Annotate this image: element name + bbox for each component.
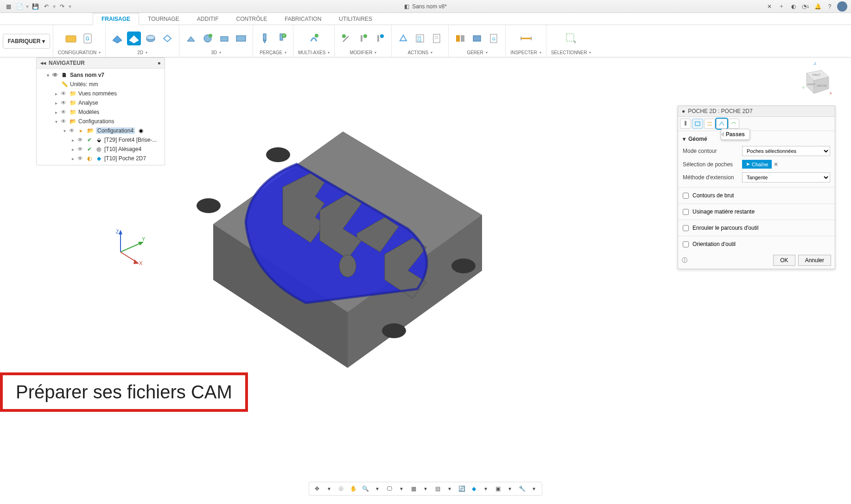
jobs-icon[interactable]: ◔1 (801, 2, 810, 11)
action-setup-sheet-icon[interactable] (430, 32, 444, 45)
2d-contour-icon[interactable] (127, 32, 141, 45)
undo-icon[interactable]: ↶ (42, 2, 51, 11)
eye-icon[interactable]: 👁 (52, 72, 59, 78)
tree-analysis[interactable]: ▸👁📁 Analyse (37, 98, 165, 107)
tree-models[interactable]: ▸👁📁 Modèles (37, 107, 165, 117)
group-label-multiaxes[interactable]: MULTI-AXES (298, 50, 330, 55)
cancel-button[interactable]: Annuler (798, 255, 831, 266)
setup-folder-icon[interactable] (64, 32, 78, 45)
tree-named-views[interactable]: ▸👁📁 Vues nommées (37, 89, 165, 98)
group-label-gerer[interactable]: GÉRER (467, 50, 488, 55)
group-label-inspecter[interactable]: INSPECTER (510, 50, 541, 55)
new-file-icon[interactable]: 📄 (15, 2, 24, 11)
group-label-3d[interactable]: 3D (211, 50, 221, 55)
manage-machine-icon[interactable] (470, 32, 484, 45)
tree-op-0[interactable]: ▸👁 ✔ ⬙ [T29] Foret4 [Brise-... (37, 135, 165, 145)
checkbox-stock-contours[interactable] (683, 193, 689, 199)
toolpath-vis-icon[interactable]: ◆ (469, 484, 479, 494)
tab-tournage[interactable]: TOURNAGE (139, 13, 188, 25)
grid-icon[interactable]: ▦ (408, 484, 419, 494)
drill-plus-icon[interactable]: + (274, 32, 288, 45)
dialog-tab-tool[interactable] (680, 119, 691, 129)
3d-op2-icon[interactable] (201, 32, 215, 45)
action-generate-icon[interactable] (396, 32, 410, 45)
checkbox-wrap-toolpath[interactable] (683, 225, 689, 231)
checkbox-tool-orientation[interactable] (683, 241, 689, 247)
setup-doc-icon[interactable]: G (81, 32, 95, 45)
display-style-icon[interactable]: 🖵 (384, 484, 394, 494)
group-label-configuration[interactable]: CONFIGURATION (58, 50, 101, 55)
save-icon[interactable]: 💾 (31, 2, 40, 11)
stock-vis-icon[interactable]: ▣ (493, 484, 503, 494)
selection-chip[interactable]: ➤ Chaîne (742, 160, 772, 169)
group-label-selectionner[interactable]: SÉLECTIONNER (551, 50, 591, 55)
workspace-switcher[interactable]: FABRIQUER▾ (3, 34, 51, 49)
dialog-tab-heights[interactable] (704, 119, 715, 129)
apps-grid-icon[interactable]: ▦ (4, 2, 13, 11)
pin-icon[interactable]: ● (158, 60, 161, 66)
tab-controle[interactable]: CONTRÔLE (227, 13, 276, 25)
2d-pocket-icon[interactable] (144, 32, 158, 45)
multiaxis-icon[interactable] (307, 32, 321, 45)
new-tab-icon[interactable]: ＋ (777, 2, 786, 11)
checkbox-rest-machining[interactable] (683, 209, 689, 215)
clear-selection-icon[interactable]: ✕ (774, 161, 778, 168)
manage-template-icon[interactable]: G (487, 32, 501, 45)
modify-op2-icon[interactable] (356, 32, 370, 45)
tree-configurations[interactable]: ▾👁📂 Configurations (37, 117, 165, 126)
group-label-2d[interactable]: 2D (137, 50, 147, 55)
extensions-icon[interactable]: ◐ (789, 2, 798, 11)
3d-op4-icon[interactable] (234, 32, 248, 45)
dialog-tab-linking[interactable] (728, 119, 739, 129)
drill-icon[interactable] (258, 32, 272, 45)
tab-additif[interactable]: ADDITIF (188, 13, 228, 25)
user-avatar-icon[interactable] (837, 1, 847, 12)
check-stock-contours[interactable]: Contours de brut (678, 188, 835, 204)
check-wrap-toolpath[interactable]: Enrouler le parcours d'outil (678, 220, 835, 236)
redo-icon[interactable]: ↷ (57, 2, 67, 11)
lookat-icon[interactable]: ⦾ (336, 484, 346, 494)
info-icon[interactable]: ⓘ (682, 257, 687, 265)
zoom-icon[interactable]: 🔍 (360, 484, 370, 494)
modify-op3-icon[interactable] (373, 32, 387, 45)
orbit-icon[interactable]: ✥ (312, 484, 322, 494)
group-label-actions[interactable]: ACTIONS (408, 50, 432, 55)
sync-icon[interactable]: 🔄 (457, 484, 467, 494)
tab-utilitaires[interactable]: UTILITAIRES (330, 13, 381, 25)
section-geometry-header[interactable]: ▾ Géomé (683, 134, 830, 144)
viewports-icon[interactable]: ▤ (432, 484, 443, 494)
select-extension-method[interactable]: Tangente (742, 172, 830, 183)
modify-op1-icon[interactable] (339, 32, 353, 45)
active-radio-icon[interactable]: ◉ (139, 127, 143, 134)
tab-fabrication[interactable]: FABRICATION (276, 13, 330, 25)
check-tool-orientation[interactable]: Orientation d'outil (678, 236, 835, 252)
tool-vis-icon[interactable]: 🔧 (517, 484, 527, 494)
manage-tool-library-icon[interactable] (453, 32, 467, 45)
2d-face-icon[interactable] (110, 32, 124, 45)
tree-op-2[interactable]: ▸👁 ◐ ◆ [T10] Poche 2D7 (37, 154, 165, 163)
tab-fraisage[interactable]: FRAISAGE (93, 13, 139, 25)
inspect-measure-icon[interactable] (519, 32, 533, 45)
ok-button[interactable]: OK (773, 255, 795, 266)
tree-root[interactable]: ▾👁 🗎 Sans nom v7 (37, 70, 165, 80)
help-icon[interactable]: ? (825, 2, 834, 11)
close-tab-icon[interactable]: ✕ (765, 2, 774, 11)
3d-op3-icon[interactable] (217, 32, 231, 45)
dialog-tab-passes[interactable] (716, 119, 727, 129)
action-postprocess-icon[interactable]: G1G2 (413, 32, 427, 45)
pan-icon[interactable]: ✋ (348, 484, 358, 494)
select-mode-contour[interactable]: Poches sélectionnées (742, 146, 830, 156)
check-rest-machining[interactable]: Usinage matière restante (678, 204, 835, 220)
view-cube[interactable]: Z HAUT AVANT DROITE X Y (795, 62, 832, 99)
group-label-modifier[interactable]: MODIFIER (349, 50, 376, 55)
tree-units[interactable]: 📏 Unités: mm (37, 80, 165, 89)
tree-op-1[interactable]: ▸👁 ✔ ◎ [T10] Alésage4 (37, 145, 165, 154)
dialog-tab-geometry[interactable] (692, 119, 703, 129)
3d-op1-icon[interactable] (184, 32, 198, 45)
2d-slot-icon[interactable] (160, 32, 174, 45)
select-icon[interactable] (564, 32, 578, 45)
collapse-left-icon[interactable]: ◂◂ (40, 60, 46, 66)
tree-config-active[interactable]: ▾👁 ▸ 📂 Configuration4 ◉ (37, 126, 165, 135)
group-label-percage[interactable]: PERÇAGE (260, 50, 286, 55)
notifications-icon[interactable]: 🔔 (813, 2, 822, 11)
